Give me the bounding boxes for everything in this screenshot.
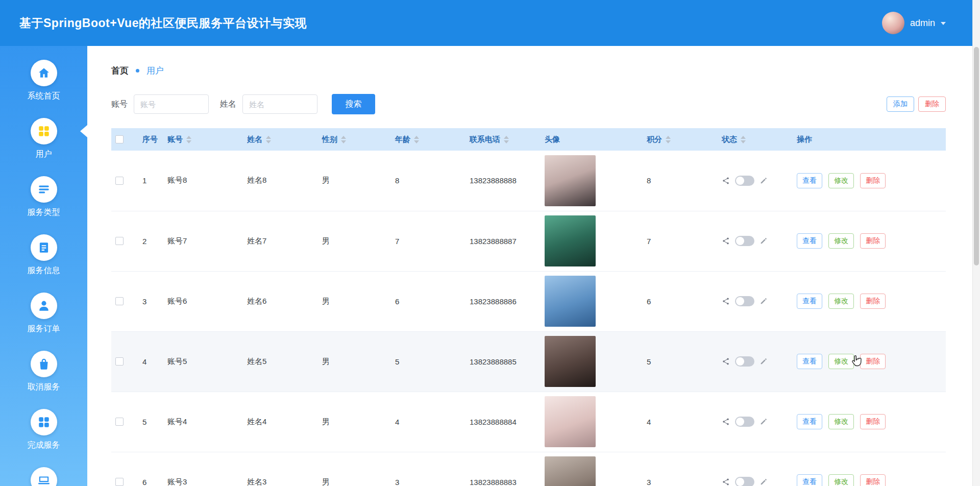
account-input[interactable] (134, 94, 209, 114)
cell-gender: 男 (314, 271, 387, 331)
col-header-status[interactable]: 状态 (714, 128, 789, 151)
cell-points: 8 (639, 151, 714, 211)
row-checkbox[interactable] (115, 237, 124, 245)
edit-button[interactable]: 修改 (828, 294, 854, 309)
user-avatar-image (545, 336, 596, 387)
share-icon[interactable] (722, 237, 730, 245)
cell-phone: 13823888885 (461, 331, 536, 392)
search-button[interactable]: 搜索 (332, 94, 375, 114)
delete-button[interactable]: 删除 (860, 233, 886, 249)
cell-index: 5 (134, 392, 159, 452)
view-button[interactable]: 查看 (797, 354, 822, 369)
row-checkbox[interactable] (115, 177, 124, 185)
breadcrumb-dot-icon (136, 69, 139, 72)
edit-pencil-icon[interactable] (760, 418, 768, 426)
status-toggle[interactable] (735, 477, 754, 486)
col-header-phone[interactable]: 联系电话 (461, 128, 536, 151)
delete-selected-button[interactable]: 删除 (918, 96, 946, 112)
sidebar-item-label: 服务订单 (28, 324, 60, 334)
status-toggle[interactable] (735, 417, 754, 427)
delete-button[interactable]: 删除 (860, 354, 886, 369)
scrollbar-thumb[interactable] (974, 47, 979, 265)
cell-name: 姓名5 (239, 331, 314, 392)
select-all-checkbox[interactable] (115, 135, 124, 143)
toggle-knob (736, 177, 744, 185)
row-checkbox[interactable] (115, 478, 124, 486)
share-icon[interactable] (722, 357, 730, 366)
sidebar-item-service-order[interactable]: 服务订单 (0, 293, 87, 351)
edit-pencil-icon[interactable] (760, 478, 768, 486)
col-header-index: 序号 (134, 128, 159, 151)
main-content: 首页 用户 账号 姓名 搜索 添加 删除 序号 账号 姓名 (87, 46, 972, 486)
col-header-gender[interactable]: 性别 (314, 128, 387, 151)
view-button[interactable]: 查看 (797, 173, 822, 188)
sort-caret-icon (666, 136, 671, 143)
sidebar-item-cancel-service[interactable]: 取消服务 (0, 351, 87, 409)
col-header-age[interactable]: 年龄 (387, 128, 461, 151)
view-button[interactable]: 查看 (797, 474, 822, 486)
user-menu[interactable]: admin (882, 12, 946, 34)
app-title: 基于SpringBoot+Vue的社区便民服务平台设计与实现 (19, 15, 307, 31)
document-icon (31, 234, 57, 261)
table-row: 6 账号3 姓名3 男 3 13823888883 3 查看 修改 删除 (111, 452, 946, 486)
share-icon[interactable] (722, 177, 730, 185)
edit-pencil-icon[interactable] (760, 177, 768, 185)
share-icon[interactable] (722, 478, 730, 486)
cell-phone: 13823888887 (461, 211, 536, 271)
share-icon[interactable] (722, 297, 730, 305)
row-checkbox[interactable] (115, 297, 124, 305)
user-avatar-image (545, 155, 596, 206)
delete-button[interactable]: 删除 (860, 414, 886, 429)
name-filter-group: 姓名 (220, 94, 317, 114)
sidebar-item-users[interactable]: 用户 (0, 118, 87, 176)
laptop-icon (31, 467, 57, 486)
edit-button[interactable]: 修改 (828, 354, 854, 369)
edit-button[interactable]: 修改 (828, 474, 854, 486)
name-input[interactable] (242, 94, 317, 114)
status-toggle[interactable] (735, 296, 754, 306)
col-header-account[interactable]: 账号 (159, 128, 239, 151)
user-avatar-image (882, 12, 904, 34)
sidebar-item-label: 用户 (36, 149, 52, 160)
cell-name: 姓名6 (239, 271, 314, 331)
col-header-name[interactable]: 姓名 (239, 128, 314, 151)
add-button[interactable]: 添加 (887, 96, 914, 112)
sidebar: 系统首页 用户 服务类型 服务信息 服务订单 取消服务 完成服务 (0, 46, 87, 486)
vertical-scrollbar (972, 0, 980, 486)
sidebar-item-home[interactable]: 系统首页 (0, 60, 87, 118)
col-header-avatar: 头像 (536, 128, 639, 151)
status-toggle[interactable] (735, 176, 754, 186)
status-toggle[interactable] (735, 236, 754, 246)
sidebar-item-service-type[interactable]: 服务类型 (0, 176, 87, 234)
edit-pencil-icon[interactable] (760, 297, 768, 305)
view-button[interactable]: 查看 (797, 233, 822, 249)
edit-button[interactable]: 修改 (828, 173, 854, 188)
active-item-arrow (80, 125, 87, 137)
cell-phone: 13823888883 (461, 452, 536, 486)
sidebar-item-service-info[interactable]: 服务信息 (0, 234, 87, 293)
view-button[interactable]: 查看 (797, 414, 822, 429)
edit-button[interactable]: 修改 (828, 414, 854, 429)
view-button[interactable]: 查看 (797, 294, 822, 309)
delete-button[interactable]: 删除 (860, 474, 886, 486)
delete-button[interactable]: 删除 (860, 173, 886, 188)
cell-index: 2 (134, 211, 159, 271)
sidebar-item-complete-service[interactable]: 完成服务 (0, 409, 87, 467)
row-checkbox[interactable] (115, 418, 124, 426)
edit-pencil-icon[interactable] (760, 357, 768, 366)
breadcrumb: 首页 用户 (111, 65, 946, 76)
toggle-knob (736, 297, 744, 305)
cell-gender: 男 (314, 452, 387, 486)
row-checkbox[interactable] (115, 357, 124, 366)
status-toggle[interactable] (735, 356, 754, 367)
edit-pencil-icon[interactable] (760, 237, 768, 245)
edit-button[interactable]: 修改 (828, 233, 854, 249)
sidebar-item-bottom[interactable] (0, 467, 87, 486)
table-row: 4 账号5 姓名5 男 5 13823888885 5 查看 修改 删除 (111, 331, 946, 392)
sidebar-item-label: 完成服务 (28, 440, 60, 451)
delete-button[interactable]: 删除 (860, 294, 886, 309)
table-header-row: 序号 账号 姓名 性别 年龄 联系电话 头像 积分 状态 操作 (111, 128, 946, 151)
col-header-points[interactable]: 积分 (639, 128, 714, 151)
breadcrumb-home[interactable]: 首页 (111, 65, 129, 77)
share-icon[interactable] (722, 418, 730, 426)
